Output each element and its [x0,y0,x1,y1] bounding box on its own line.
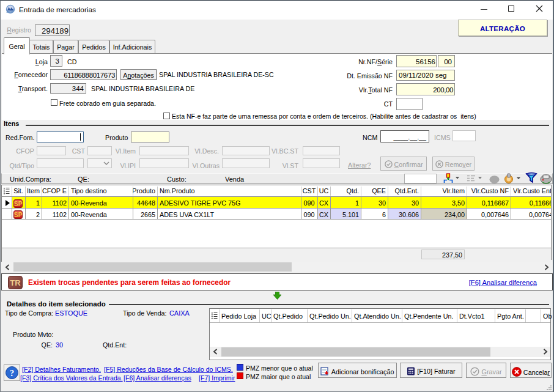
svg-text:?: ? [10,368,14,378]
